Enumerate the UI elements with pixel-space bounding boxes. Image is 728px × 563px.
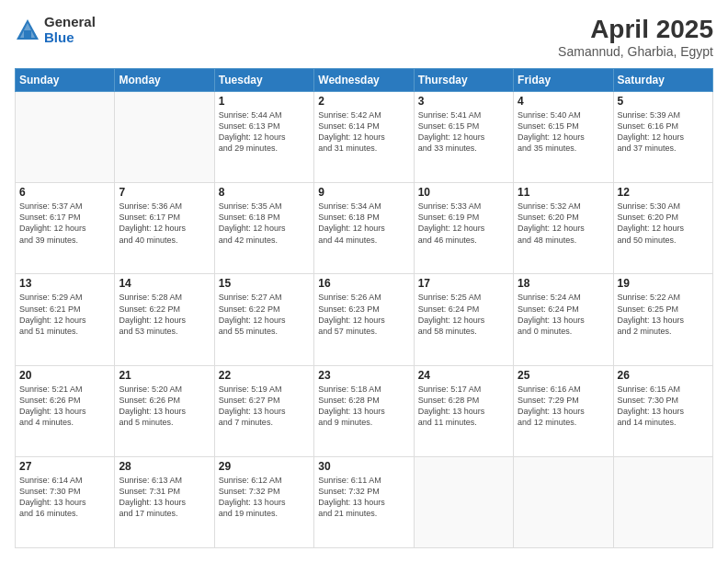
day-number: 28: [119, 460, 210, 473]
calendar-title: April 2025: [558, 15, 713, 44]
table-row: 29Sunrise: 6:12 AM Sunset: 7:32 PM Dayli…: [214, 456, 313, 547]
day-info: Sunrise: 5:34 AM Sunset: 6:18 PM Dayligh…: [318, 201, 409, 246]
day-number: 23: [318, 369, 409, 382]
logo-blue-text: Blue: [44, 30, 96, 46]
day-info: Sunrise: 5:42 AM Sunset: 6:14 PM Dayligh…: [318, 109, 409, 155]
day-info: Sunrise: 5:27 AM Sunset: 6:22 PM Dayligh…: [219, 292, 310, 337]
table-row: [613, 456, 712, 547]
table-row: 26Sunrise: 6:15 AM Sunset: 7:30 PM Dayli…: [613, 365, 712, 456]
day-info: Sunrise: 6:15 AM Sunset: 7:30 PM Dayligh…: [618, 384, 709, 429]
table-row: 5Sunrise: 5:39 AM Sunset: 6:16 PM Daylig…: [613, 92, 712, 183]
calendar-table: Sunday Monday Tuesday Wednesday Thursday…: [15, 68, 713, 548]
table-row: 14Sunrise: 5:28 AM Sunset: 6:22 PM Dayli…: [115, 274, 214, 365]
table-row: 19Sunrise: 5:22 AM Sunset: 6:25 PM Dayli…: [613, 274, 712, 365]
table-row: 13Sunrise: 5:29 AM Sunset: 6:21 PM Dayli…: [16, 274, 115, 365]
day-number: 3: [418, 95, 509, 108]
day-number: 12: [618, 186, 709, 199]
day-info: Sunrise: 5:35 AM Sunset: 6:18 PM Dayligh…: [219, 201, 310, 246]
calendar-header-row: Sunday Monday Tuesday Wednesday Thursday…: [16, 69, 713, 92]
table-row: 12Sunrise: 5:30 AM Sunset: 6:20 PM Dayli…: [613, 183, 712, 274]
day-number: 22: [219, 369, 310, 382]
day-info: Sunrise: 5:20 AM Sunset: 6:26 PM Dayligh…: [119, 384, 210, 429]
day-number: 9: [318, 186, 409, 199]
title-block: April 2025 Samannud, Gharbia, Egypt: [558, 15, 713, 59]
day-number: 29: [219, 460, 310, 473]
table-row: 24Sunrise: 5:17 AM Sunset: 6:28 PM Dayli…: [414, 365, 513, 456]
table-row: [16, 92, 115, 183]
day-number: 13: [19, 277, 110, 290]
day-number: 7: [119, 186, 210, 199]
day-info: Sunrise: 5:17 AM Sunset: 6:28 PM Dayligh…: [418, 384, 509, 429]
table-row: 23Sunrise: 5:18 AM Sunset: 6:28 PM Dayli…: [314, 365, 414, 456]
col-thursday: Thursday: [414, 69, 513, 92]
table-row: 9Sunrise: 5:34 AM Sunset: 6:18 PM Daylig…: [314, 183, 414, 274]
table-row: [414, 456, 513, 547]
table-row: 27Sunrise: 6:14 AM Sunset: 7:30 PM Dayli…: [16, 456, 115, 547]
table-row: 2Sunrise: 5:42 AM Sunset: 6:14 PM Daylig…: [314, 92, 414, 183]
table-row: 25Sunrise: 6:16 AM Sunset: 7:29 PM Dayli…: [514, 365, 613, 456]
day-number: 26: [618, 369, 709, 382]
day-number: 25: [518, 369, 609, 382]
table-row: 1Sunrise: 5:44 AM Sunset: 6:13 PM Daylig…: [214, 92, 313, 183]
table-row: [514, 456, 613, 547]
day-number: 14: [119, 277, 210, 290]
table-row: 16Sunrise: 5:26 AM Sunset: 6:23 PM Dayli…: [314, 274, 414, 365]
col-wednesday: Wednesday: [314, 69, 414, 92]
day-number: 11: [518, 186, 609, 199]
calendar-week-row: 6Sunrise: 5:37 AM Sunset: 6:17 PM Daylig…: [16, 183, 713, 274]
day-info: Sunrise: 5:40 AM Sunset: 6:15 PM Dayligh…: [518, 109, 609, 155]
header: General Blue April 2025 Samannud, Gharbi…: [15, 15, 713, 59]
day-info: Sunrise: 6:16 AM Sunset: 7:29 PM Dayligh…: [518, 384, 609, 429]
day-info: Sunrise: 5:25 AM Sunset: 6:24 PM Dayligh…: [418, 292, 509, 337]
day-number: 5: [618, 95, 709, 108]
day-info: Sunrise: 5:19 AM Sunset: 6:27 PM Dayligh…: [219, 384, 310, 429]
table-row: 21Sunrise: 5:20 AM Sunset: 6:26 PM Dayli…: [115, 365, 214, 456]
day-number: 21: [119, 369, 210, 382]
col-tuesday: Tuesday: [214, 69, 313, 92]
day-number: 8: [219, 186, 310, 199]
page: General Blue April 2025 Samannud, Gharbi…: [0, 0, 728, 563]
day-info: Sunrise: 5:41 AM Sunset: 6:15 PM Dayligh…: [418, 109, 509, 155]
logo: General Blue: [15, 15, 96, 45]
table-row: 11Sunrise: 5:32 AM Sunset: 6:20 PM Dayli…: [514, 183, 613, 274]
table-row: 20Sunrise: 5:21 AM Sunset: 6:26 PM Dayli…: [16, 365, 115, 456]
table-row: 18Sunrise: 5:24 AM Sunset: 6:24 PM Dayli…: [514, 274, 613, 365]
day-number: 17: [418, 277, 509, 290]
table-row: 28Sunrise: 6:13 AM Sunset: 7:31 PM Dayli…: [115, 456, 214, 547]
col-friday: Friday: [514, 69, 613, 92]
day-number: 4: [518, 95, 609, 108]
day-number: 16: [318, 277, 409, 290]
calendar-week-row: 27Sunrise: 6:14 AM Sunset: 7:30 PM Dayli…: [16, 456, 713, 547]
svg-rect-2: [24, 30, 31, 38]
table-row: 4Sunrise: 5:40 AM Sunset: 6:15 PM Daylig…: [514, 92, 613, 183]
col-monday: Monday: [115, 69, 214, 92]
day-info: Sunrise: 5:22 AM Sunset: 6:25 PM Dayligh…: [618, 292, 709, 337]
day-info: Sunrise: 5:29 AM Sunset: 6:21 PM Dayligh…: [19, 292, 110, 337]
table-row: 8Sunrise: 5:35 AM Sunset: 6:18 PM Daylig…: [214, 183, 313, 274]
day-info: Sunrise: 6:14 AM Sunset: 7:30 PM Dayligh…: [19, 475, 110, 520]
day-info: Sunrise: 5:30 AM Sunset: 6:20 PM Dayligh…: [618, 201, 709, 246]
table-row: [115, 92, 214, 183]
logo-general-text: General: [44, 15, 96, 30]
day-info: Sunrise: 5:44 AM Sunset: 6:13 PM Dayligh…: [219, 109, 310, 155]
table-row: 3Sunrise: 5:41 AM Sunset: 6:15 PM Daylig…: [414, 92, 513, 183]
day-number: 18: [518, 277, 609, 290]
day-info: Sunrise: 5:32 AM Sunset: 6:20 PM Dayligh…: [518, 201, 609, 246]
day-number: 27: [19, 460, 110, 473]
day-number: 20: [19, 369, 110, 382]
table-row: 6Sunrise: 5:37 AM Sunset: 6:17 PM Daylig…: [16, 183, 115, 274]
day-number: 24: [418, 369, 509, 382]
table-row: 15Sunrise: 5:27 AM Sunset: 6:22 PM Dayli…: [214, 274, 313, 365]
day-info: Sunrise: 5:39 AM Sunset: 6:16 PM Dayligh…: [618, 109, 709, 155]
table-row: 30Sunrise: 6:11 AM Sunset: 7:32 PM Dayli…: [314, 456, 414, 547]
table-row: 22Sunrise: 5:19 AM Sunset: 6:27 PM Dayli…: [214, 365, 313, 456]
calendar-subtitle: Samannud, Gharbia, Egypt: [558, 44, 713, 59]
day-info: Sunrise: 5:36 AM Sunset: 6:17 PM Dayligh…: [119, 201, 210, 246]
table-row: 10Sunrise: 5:33 AM Sunset: 6:19 PM Dayli…: [414, 183, 513, 274]
day-number: 30: [318, 460, 409, 473]
day-info: Sunrise: 5:18 AM Sunset: 6:28 PM Dayligh…: [318, 384, 409, 429]
day-info: Sunrise: 5:24 AM Sunset: 6:24 PM Dayligh…: [518, 292, 609, 337]
day-info: Sunrise: 5:33 AM Sunset: 6:19 PM Dayligh…: [418, 201, 509, 246]
day-number: 15: [219, 277, 310, 290]
day-info: Sunrise: 5:21 AM Sunset: 6:26 PM Dayligh…: [19, 384, 110, 429]
